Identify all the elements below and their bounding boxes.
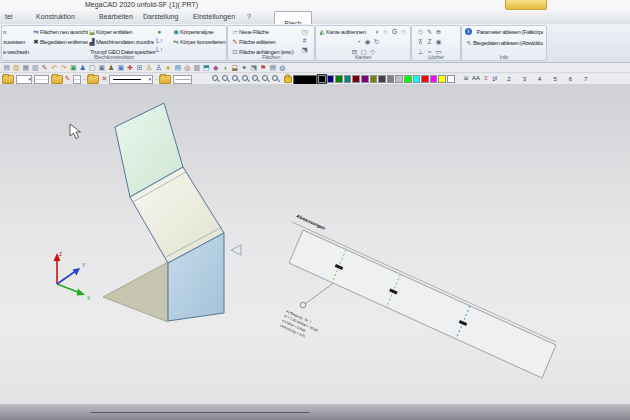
text-size-icon[interactable]: AA <box>472 74 480 83</box>
target-icon[interactable]: ◎ <box>183 63 193 72</box>
layer-folder-icon-3[interactable] <box>87 75 99 84</box>
taskbar[interactable] <box>0 404 630 420</box>
palette-color-2[interactable] <box>327 75 335 83</box>
edge-tool-icon-1[interactable]: ◑ <box>372 27 381 36</box>
gem-icon[interactable]: ◆ <box>211 63 221 72</box>
sheet-number-2[interactable]: 2 <box>507 74 510 84</box>
menu-item-darstellung[interactable]: Darstellung <box>143 13 178 20</box>
layer-folder-icon-2[interactable] <box>51 75 63 84</box>
menu-tab-blech-active[interactable]: Blech <box>274 11 312 25</box>
button-neue-flaeche[interactable]: ▱Neue Fläche <box>231 27 299 37</box>
button-parameter-ablesen[interactable]: i Parameter ablesen (Faltkörper) <box>465 27 543 37</box>
globe-icon[interactable]: ◍ <box>278 63 288 72</box>
zoom-tool-icon-1[interactable] <box>212 75 219 82</box>
edge-tool-icon-g[interactable]: G <box>390 27 399 36</box>
sheet-number-5[interactable]: 5 <box>553 74 556 84</box>
edge-tool-icon-4[interactable]: ◔ <box>354 37 363 46</box>
edge-tool-icon-5[interactable]: ◉ <box>363 37 372 46</box>
button-flaechen-neu-ausrichten[interactable]: ⇋Flächen neu ausrichten <box>32 27 88 37</box>
person-icon[interactable]: ♙ <box>145 63 155 72</box>
linewidth-field-2[interactable]: ——— <box>173 75 192 84</box>
minus-label[interactable]: - <box>83 76 85 82</box>
l-profile-icon[interactable]: L↑ <box>155 36 164 45</box>
zoom-tool-icon-5[interactable] <box>252 75 259 82</box>
ribbon-button-partial-1[interactable]: n <box>3 27 31 37</box>
sheet-icon[interactable]: ▤ <box>268 63 278 72</box>
box-icon[interactable]: ⬓ <box>230 63 240 72</box>
flat-pattern[interactable]: Abmessungen Aufbiegung - Nr. 1 R = 2.00 … <box>279 213 556 378</box>
flag-icon[interactable]: ⚑ <box>259 63 269 72</box>
pen-icon[interactable]: ✎ <box>65 75 71 83</box>
cube-icon[interactable]: ⬔ <box>249 63 259 72</box>
star-icon[interactable]: ★ <box>164 63 174 72</box>
undo-icon[interactable]: ↶ <box>50 63 60 72</box>
zoom-tool-icon-7[interactable] <box>272 75 279 82</box>
leaf-icon[interactable]: ◗ <box>221 63 231 72</box>
sheet-number-1[interactable]: 1 <box>492 74 495 84</box>
zoom-tool-icon-3[interactable] <box>232 75 239 82</box>
palette-color-8[interactable] <box>378 75 386 83</box>
button-koerper-konvertieren[interactable]: ⇆Körper konvertieren <box>172 37 226 47</box>
spark-icon[interactable]: ✦ <box>240 63 250 72</box>
l-profile-icon-2[interactable]: L↑ <box>155 45 164 54</box>
menu-item-datei-partial[interactable]: tei <box>5 13 12 20</box>
pen-x-icon[interactable]: ✕ <box>101 75 107 83</box>
viewport-3d[interactable]: Z Y X Abmessungen Aufbieg <box>0 84 630 404</box>
menu-item-help[interactable]: ? <box>247 13 251 20</box>
sheet-number-4[interactable]: 4 <box>538 74 541 84</box>
button-biegedaten-entfernen[interactable]: ✖Biegedaten entfernen <box>32 37 88 47</box>
button-koerperanalyse[interactable]: ◉Körperanalyse <box>172 27 226 37</box>
palette-color-13[interactable] <box>421 75 429 83</box>
edge-tool-icon-3[interactable]: ◇ <box>399 27 408 36</box>
layer-folder-icon-4[interactable] <box>159 75 171 84</box>
button-kante-auftrennen[interactable]: ◭Kante auftrennen <box>318 27 370 37</box>
page-grid-icon[interactable]: ⊞ <box>462 74 470 83</box>
hole-tool-icon-4[interactable]: ⊼ <box>416 37 425 46</box>
palette-color-9[interactable] <box>387 75 395 83</box>
palette-color-14[interactable] <box>430 75 438 83</box>
button-maschinendaten-zuordnen[interactable]: ▟Maschinendaten zuordnen <box>88 37 154 47</box>
figure-icon[interactable]: ♙ <box>154 63 164 72</box>
palette-color-11[interactable] <box>404 75 412 83</box>
new-doc-icon[interactable]: ▤ <box>2 63 12 72</box>
sheet-number-3[interactable]: 3 <box>523 74 526 84</box>
grid-icon[interactable]: ⊞ <box>135 63 145 72</box>
save-icon[interactable]: ▦ <box>21 63 31 72</box>
button-koerper-entfalten[interactable]: ⬓Körper entfalten <box>88 27 154 37</box>
window-icon[interactable]: ▢ <box>88 63 98 72</box>
sheet-number-7[interactable]: 7 <box>584 74 587 84</box>
palette-color-3[interactable] <box>335 75 343 83</box>
palette-color-6[interactable] <box>361 75 369 83</box>
print-icon[interactable]: ▧ <box>31 63 41 72</box>
palette-color-4[interactable] <box>344 75 352 83</box>
menu-item-einstellungen[interactable]: Einstellungen <box>193 13 235 20</box>
palette-color-1[interactable] <box>318 75 326 83</box>
monitor-icon[interactable]: ▣ <box>69 63 79 72</box>
palette-color-15[interactable] <box>438 75 446 83</box>
floating-toolbar-tab[interactable] <box>505 0 547 10</box>
palette-color-10[interactable] <box>395 75 403 83</box>
open-doc-icon[interactable]: ▥ <box>12 63 22 72</box>
face-tool-icon-2[interactable]: # <box>300 36 309 45</box>
palette-color-12[interactable] <box>413 75 421 83</box>
ribbon-button-partial-2[interactable]: zuweisen <box>3 37 31 47</box>
menu-item-konstruktion[interactable]: Konstruktion <box>36 13 75 20</box>
lock-icon[interactable] <box>284 76 292 83</box>
folded-part[interactable] <box>103 103 224 322</box>
palette-color-16[interactable] <box>447 75 455 83</box>
button-flaeche-editieren[interactable]: ✎Fläche editieren <box>231 37 299 47</box>
sphere-icon[interactable]: ● <box>155 27 164 36</box>
monitor-icon-2[interactable]: ▣ <box>97 63 107 72</box>
linetype-field-2[interactable]: - - <box>73 75 82 84</box>
edge-tool-icon-6[interactable]: ↻ <box>372 37 381 46</box>
user-icon[interactable]: ♟ <box>78 63 88 72</box>
linetype-field[interactable]: - - - - <box>34 75 49 84</box>
users-icon[interactable]: ♟ <box>107 63 117 72</box>
hole-tool-icon-6[interactable]: ◉ <box>434 37 443 46</box>
edge-tool-icon-2[interactable]: ○ <box>381 27 390 36</box>
dot-separator[interactable]: · <box>155 76 157 82</box>
palette-color-7[interactable] <box>370 75 378 83</box>
hole-tool-icon-2[interactable]: ✎ <box>425 27 434 36</box>
hole-tool-icon-1[interactable]: ◇ <box>416 27 425 36</box>
zoom-tool-icon-4[interactable] <box>242 75 249 82</box>
